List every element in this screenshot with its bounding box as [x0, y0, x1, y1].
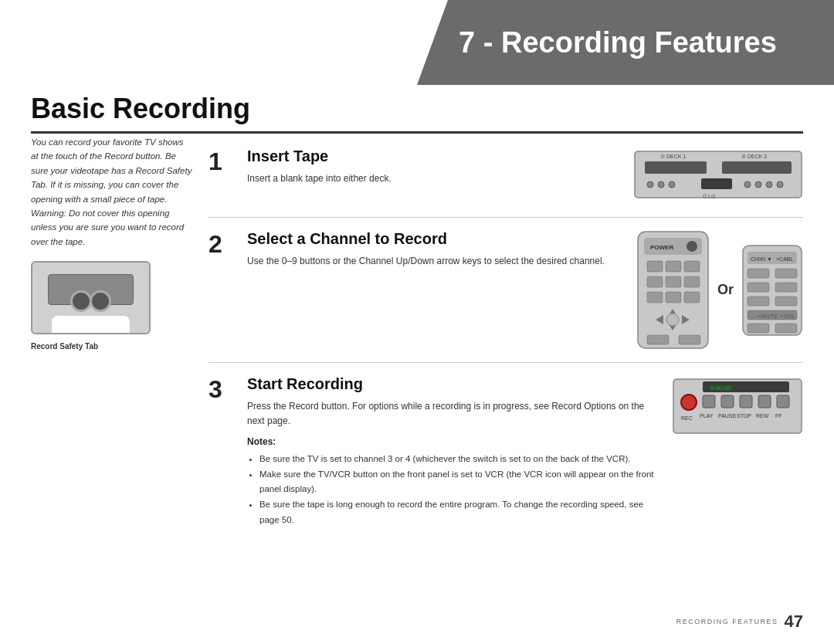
step-2-number: 2	[208, 232, 233, 256]
tape-label-container: Record Safety Tab	[31, 339, 154, 353]
step-1-content: Insert Tape Insert a blank tape into eit…	[247, 147, 619, 186]
svg-rect-23	[684, 276, 700, 287]
vcr-dual-deck-svg: ① DECK 1 ② DECK 2	[633, 147, 803, 202]
footer-page-number: 47	[785, 612, 803, 632]
tape-body	[31, 261, 151, 334]
step-2-title: Select a Channel to Record	[247, 230, 622, 248]
svg-rect-21	[647, 276, 663, 287]
svg-rect-46	[748, 324, 769, 333]
svg-rect-42	[748, 297, 769, 306]
svg-rect-47	[775, 324, 797, 333]
step-1-row: 1 Insert Tape Insert a blank tape into e…	[208, 135, 803, 218]
step-2-desc: Use the 0–9 buttons or the Channel Up/Do…	[247, 254, 622, 269]
step-2-content: Select a Channel to Record Use the 0–9 b…	[247, 230, 622, 269]
svg-rect-22	[666, 276, 681, 287]
step-3-number: 3	[208, 377, 233, 402]
svg-text:POWER: POWER	[650, 244, 673, 251]
tape-reel-right	[90, 290, 111, 312]
svg-rect-53	[721, 395, 734, 408]
header-title: 7 - Recording Features	[459, 26, 792, 59]
notes-list: Be sure the TV is set to channel 3 or 4 …	[247, 452, 658, 527]
svg-rect-57	[758, 395, 771, 408]
step-1-title: Insert Tape	[247, 147, 619, 165]
tape-bottom-cutout	[52, 316, 130, 333]
note-item-1: Be sure the TV is set to channel 3 or 4 …	[259, 452, 658, 467]
step-3-content: Start Recording Press the Record button.…	[247, 375, 658, 527]
svg-rect-59	[777, 395, 789, 408]
step-3-desc: Press the Record button. For options whi…	[247, 399, 658, 429]
svg-rect-1	[645, 161, 707, 174]
step-3-title: Start Recording	[247, 375, 658, 393]
step-2-devices: POWER	[636, 230, 803, 350]
step-1-device: ① DECK 1 ② DECK 2	[633, 147, 803, 205]
page-title-section: Basic Recording	[31, 93, 803, 134]
svg-text:+CABL: +CABL	[776, 256, 793, 262]
svg-text:② DECK 2: ② DECK 2	[741, 154, 767, 159]
svg-rect-33	[679, 335, 700, 344]
svg-text:REW: REW	[756, 413, 769, 419]
sidebar-intro-text: You can record your favorite TV shows at…	[31, 135, 193, 249]
tape-label-text: Record Safety Tab	[31, 342, 98, 351]
svg-rect-25	[666, 292, 681, 303]
notes-title: Notes:	[247, 436, 658, 447]
svg-point-9	[744, 181, 751, 188]
svg-point-49	[681, 395, 697, 410]
svg-rect-3	[722, 161, 792, 174]
svg-text:+MUTE  +VOL: +MUTE +VOL	[757, 313, 796, 320]
main-remote-svg: POWER	[636, 230, 710, 350]
svg-text:CH/IN ▼: CH/IN ▼	[751, 256, 772, 262]
left-sidebar: You can record your favorite TV shows at…	[31, 135, 193, 613]
note-item-3: Be sure the tape is long enough to recor…	[259, 497, 658, 527]
step-3-row: 3 Start Recording Press the Record butto…	[208, 363, 803, 540]
svg-rect-20	[684, 261, 700, 272]
svg-rect-38	[748, 269, 769, 278]
svg-text:PLAY: PLAY	[700, 413, 714, 419]
svg-text:PAUSE: PAUSE	[718, 413, 737, 419]
svg-rect-41	[775, 283, 797, 292]
small-remote-svg: CH/IN ▼ +CABL +MUTE +VOL	[741, 244, 803, 337]
svg-point-31	[666, 314, 679, 326]
svg-rect-32	[647, 335, 669, 344]
tape-window	[48, 274, 134, 305]
svg-point-8	[669, 181, 675, 188]
svg-rect-51	[703, 395, 715, 408]
step-3-device: REC PLAY PAUSE STOP REW FF	[672, 375, 803, 440]
svg-rect-19	[666, 261, 681, 272]
notes-section: Notes: Be sure the TV is set to channel …	[247, 429, 658, 527]
header-banner: 7 - Recording Features	[417, 0, 834, 85]
svg-text:FF: FF	[775, 413, 782, 419]
svg-rect-26	[684, 292, 700, 303]
step-2-row: 2 Select a Channel to Record Use the 0–9…	[208, 218, 803, 363]
svg-rect-55	[740, 395, 752, 408]
svg-rect-43	[775, 297, 797, 306]
svg-rect-40	[748, 283, 769, 292]
svg-point-7	[658, 181, 664, 188]
footer-label: RECORDING FEATURES	[676, 618, 778, 625]
svg-rect-5	[701, 178, 732, 189]
svg-rect-18	[647, 261, 663, 272]
step-1-number: 1	[208, 149, 233, 174]
svg-text:© LG: © LG	[703, 194, 715, 199]
page-title: Basic Recording	[31, 93, 803, 125]
svg-point-11	[766, 181, 772, 188]
svg-text:0:00:00: 0:00:00	[710, 385, 731, 391]
tape-reel-left	[70, 290, 92, 312]
svg-point-12	[777, 181, 783, 188]
content-area: You can record your favorite TV shows at…	[31, 135, 803, 613]
svg-text:① DECK 1: ① DECK 1	[660, 154, 686, 159]
svg-rect-39	[775, 269, 797, 278]
or-text: Or	[717, 282, 734, 298]
svg-point-6	[647, 181, 653, 188]
svg-rect-24	[647, 292, 663, 303]
footer: RECORDING FEATURES 47	[676, 612, 803, 632]
svg-point-17	[687, 241, 697, 252]
svg-point-10	[755, 181, 761, 188]
tape-image: Record Safety Tab	[31, 261, 154, 346]
step-1-desc: Insert a blank tape into either deck.	[247, 171, 619, 186]
record-panel-svg: REC PLAY PAUSE STOP REW FF	[672, 375, 803, 437]
steps-area: 1 Insert Tape Insert a blank tape into e…	[208, 135, 803, 613]
svg-text:STOP: STOP	[737, 413, 751, 419]
svg-text:REC: REC	[681, 415, 693, 421]
note-item-2: Make sure the TV/VCR button on the front…	[259, 467, 658, 497]
